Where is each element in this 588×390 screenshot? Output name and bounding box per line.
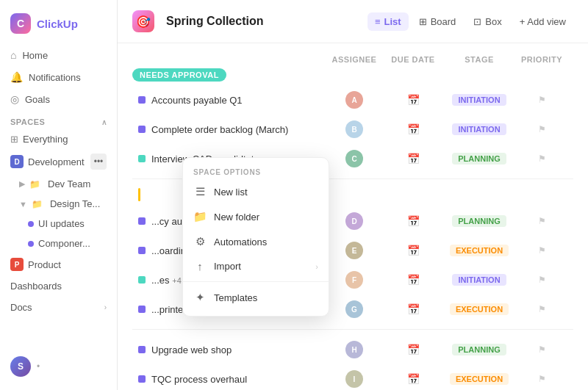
board-tab-icon: ⊞ <box>419 16 427 27</box>
task-dot <box>138 346 146 353</box>
app-name: ClickUp <box>37 18 78 30</box>
priority-icon: ⚑ <box>538 124 546 134</box>
table-row[interactable]: Upgrade web shop H 📅 PLANNING ⚑ <box>132 336 573 364</box>
calendar-icon: 📅 <box>407 245 420 256</box>
sidebar-item-ui-updates[interactable]: UI updates <box>0 214 117 234</box>
home-icon: ⌂ <box>10 49 16 61</box>
bell-icon: 🔔 <box>10 71 23 83</box>
ui-updates-label: UI updates <box>38 218 85 229</box>
sidebar-item-docs[interactable]: Docs › <box>0 297 117 318</box>
user-avatar: S <box>10 356 31 377</box>
list-tab-label: List <box>384 16 401 27</box>
docs-chevron: › <box>104 303 107 311</box>
table-row[interactable]: Complete order backlog (March) B 📅 INITI… <box>132 115 573 143</box>
priority-icon: ⚑ <box>538 275 546 285</box>
goals-icon: ◎ <box>10 93 19 105</box>
sidebar-item-dashboards[interactable]: Dashboards <box>0 275 117 297</box>
sidebar-item-product[interactable]: P Product <box>0 253 117 275</box>
sidebar-item-home[interactable]: ⌂ Home <box>0 44 117 66</box>
everything-icon: ⊞ <box>10 134 18 145</box>
space-options-dropdown: SPACE OPTIONS ☰ New list 📁 New folder ⚙ … <box>182 157 329 317</box>
task-dot <box>138 375 146 383</box>
stage-badge: INITIATION <box>452 94 506 106</box>
sidebar-item-goals-label: Goals <box>25 94 50 105</box>
dashboards-label: Dashboards <box>10 281 62 292</box>
sidebar-item-design-team[interactable]: ▼ 📁 Design Te... <box>0 194 117 214</box>
import-label: Import <box>214 261 241 272</box>
dropdown-item-new-list[interactable]: ☰ New list <box>183 179 329 204</box>
avatar: H <box>345 341 363 358</box>
new-list-icon: ☰ <box>193 185 207 198</box>
product-avatar: P <box>10 258 24 271</box>
component-dot <box>28 241 34 247</box>
calendar-icon: 📅 <box>407 344 420 355</box>
space-options-button[interactable]: ••• <box>90 154 107 170</box>
sidebar: C ClickUp ⌂ Home 🔔 Notifications ◎ Goals… <box>0 0 118 390</box>
user-status-dot: • <box>37 361 40 372</box>
avatar: A <box>345 91 363 109</box>
list-dot <box>28 221 34 227</box>
content-area: ASSIGNEE DUE DATE STAGE PRIORITY NEEDS A… <box>118 43 588 390</box>
avatar: I <box>345 370 363 388</box>
templates-icon: ✦ <box>193 291 207 304</box>
add-view-button[interactable]: + Add view <box>512 12 573 31</box>
everything-label: Everything <box>23 134 68 145</box>
spaces-section-header: Spaces ∧ <box>0 110 117 129</box>
col-assignee-header: ASSIGNEE <box>325 55 384 64</box>
design-folder-icon: 📁 <box>32 199 43 209</box>
docs-label: Docs <box>10 302 32 313</box>
priority-icon: ⚑ <box>538 95 546 105</box>
templates-label: Templates <box>214 292 257 303</box>
folder-glyph: 📁 <box>29 179 40 189</box>
sidebar-item-dev-team[interactable]: ▶ 📁 Dev Team <box>0 174 117 194</box>
box-tab-label: Box <box>485 16 501 27</box>
stage-badge: PLANNING <box>452 215 506 227</box>
stage-badge: PLANNING <box>452 153 506 165</box>
tab-box[interactable]: ⊡ Box <box>466 12 509 31</box>
sidebar-item-component[interactable]: Componer... <box>0 234 117 253</box>
dropdown-item-import[interactable]: ↑ Import › <box>183 254 329 278</box>
tab-list[interactable]: ≡ List <box>368 12 409 31</box>
calendar-icon: 📅 <box>407 303 420 315</box>
app-logo[interactable]: C ClickUp <box>0 7 117 44</box>
spaces-chevron: ∧ <box>101 118 107 126</box>
priority-icon: ⚑ <box>538 304 546 314</box>
table-header: ASSIGNEE DUE DATE STAGE PRIORITY <box>132 55 573 68</box>
dropdown-item-automations[interactable]: ⚙ Automations <box>183 229 329 254</box>
task-name: Accounts payable Q1 <box>151 95 325 106</box>
sidebar-item-everything[interactable]: ⊞ Everything <box>0 129 117 149</box>
sidebar-item-goals[interactable]: ◎ Goals <box>0 88 117 110</box>
sidebar-item-notifications-label: Notifications <box>29 72 81 83</box>
list-tab-icon: ≡ <box>375 16 381 27</box>
table-row[interactable]: Accounts payable Q1 A 📅 INITIATION ⚑ <box>132 86 573 114</box>
stage-badge: EXECUTION <box>450 245 509 256</box>
sidebar-item-notifications[interactable]: 🔔 Notifications <box>0 66 117 88</box>
table-row[interactable]: TQC process overhaul I 📅 EXECUTION ⚑ <box>132 365 573 390</box>
main-content: 🎯 Spring Collection ≡ List ⊞ Board ⊡ Box… <box>118 0 588 390</box>
stage-badge: INITIATION <box>452 123 506 135</box>
calendar-icon: 📅 <box>407 215 420 227</box>
sidebar-user-area[interactable]: S • <box>0 350 117 383</box>
import-arrow-icon: › <box>315 262 318 271</box>
calendar-icon: 📅 <box>407 373 420 385</box>
design-team-label: Design Te... <box>50 198 100 209</box>
dropdown-item-new-folder[interactable]: 📁 New folder <box>183 204 329 229</box>
dropdown-section-label: SPACE OPTIONS <box>183 164 329 179</box>
priority-icon: ⚑ <box>538 374 546 384</box>
component-label: Componer... <box>38 238 90 249</box>
sidebar-item-development[interactable]: D Development ••• <box>0 149 117 174</box>
task-name: Upgrade web shop <box>151 344 325 355</box>
stage-badge: INITIATION <box>452 274 506 286</box>
stage-badge: EXECUTION <box>450 373 509 385</box>
dev-team-label: Dev Team <box>48 178 90 189</box>
priority-icon: ⚑ <box>538 216 546 226</box>
tab-board[interactable]: ⊞ Board <box>412 12 464 31</box>
stage-badge: PLANNING <box>452 344 506 355</box>
section-needs-approval: NEEDS APPROVAL <box>132 68 573 82</box>
col-due-header: DUE DATE <box>384 55 442 64</box>
dropdown-item-templates[interactable]: ✦ Templates <box>183 285 329 310</box>
calendar-icon: 📅 <box>407 274 420 286</box>
import-icon: ↑ <box>193 260 207 272</box>
development-avatar: D <box>10 155 24 168</box>
page-title: Spring Collection <box>166 15 263 28</box>
